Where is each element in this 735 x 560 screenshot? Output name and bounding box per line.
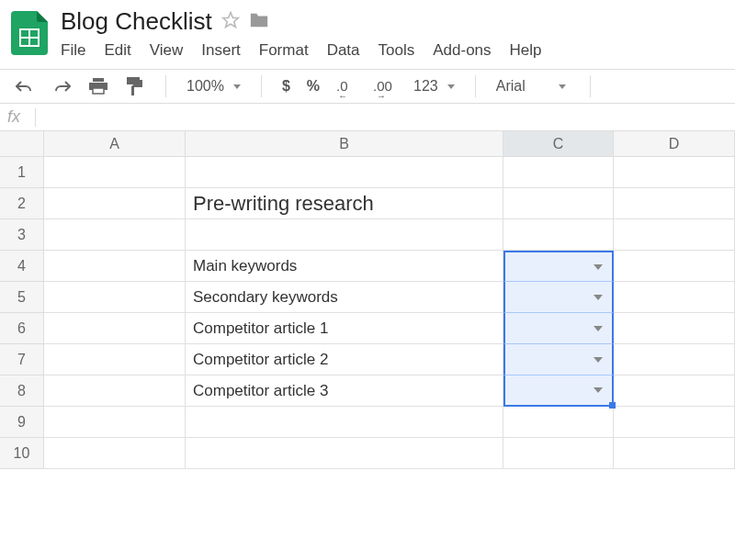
fx-label: fx xyxy=(7,107,29,127)
undo-icon[interactable] xyxy=(15,76,35,96)
cell[interactable]: Competitor article 1 xyxy=(186,313,503,344)
cell[interactable]: Competitor article 3 xyxy=(186,375,503,407)
cell[interactable] xyxy=(614,407,735,438)
cell[interactable] xyxy=(614,344,735,375)
menu-data[interactable]: Data xyxy=(327,41,360,60)
paint-format-icon[interactable] xyxy=(125,76,145,96)
toolbar-separator xyxy=(165,75,166,97)
print-icon[interactable] xyxy=(88,76,108,96)
doc-title[interactable]: Blog Checklist xyxy=(61,7,212,36)
cell[interactable] xyxy=(614,188,735,219)
cell[interactable] xyxy=(614,438,735,469)
cell[interactable] xyxy=(186,438,503,469)
decrease-decimal-button[interactable]: .0← xyxy=(336,78,356,95)
select-all-corner[interactable] xyxy=(0,131,44,157)
row-header[interactable]: 2 xyxy=(0,188,44,219)
cell[interactable] xyxy=(503,219,614,251)
move-folder-icon[interactable] xyxy=(249,11,269,33)
row-header[interactable]: 5 xyxy=(0,282,44,313)
cell[interactable] xyxy=(614,375,735,407)
cell[interactable]: Main keywords xyxy=(186,251,503,282)
menu-format[interactable]: Format xyxy=(259,41,309,60)
cell[interactable] xyxy=(503,407,614,438)
row-header[interactable]: 7 xyxy=(0,344,44,375)
chevron-down-icon xyxy=(594,264,603,270)
row-header[interactable]: 9 xyxy=(0,407,44,438)
data-validation-cell[interactable] xyxy=(503,282,614,313)
percent-button[interactable]: % xyxy=(307,78,320,95)
cell[interactable] xyxy=(614,282,735,313)
cell[interactable] xyxy=(614,313,735,344)
chevron-down-icon xyxy=(594,326,603,331)
data-validation-cell[interactable] xyxy=(503,313,614,344)
row-header[interactable]: 6 xyxy=(0,313,44,344)
menu-file[interactable]: File xyxy=(61,41,85,60)
currency-button[interactable]: $ xyxy=(282,78,290,95)
toolbar-separator xyxy=(261,75,262,97)
menu-tools[interactable]: Tools xyxy=(379,41,415,60)
chevron-down-icon xyxy=(447,84,455,89)
chevron-down-icon xyxy=(233,84,241,89)
cell[interactable] xyxy=(614,157,735,188)
sheets-logo-icon xyxy=(11,11,48,55)
cell[interactable] xyxy=(44,313,186,344)
cell[interactable] xyxy=(44,251,186,282)
svg-rect-6 xyxy=(93,88,104,94)
data-validation-cell[interactable] xyxy=(503,344,614,375)
svg-marker-3 xyxy=(222,12,238,27)
chevron-down-icon xyxy=(594,387,603,393)
col-header-a[interactable]: A xyxy=(44,131,186,157)
cell[interactable] xyxy=(186,407,503,438)
data-validation-cell[interactable] xyxy=(503,251,614,282)
col-header-d[interactable]: D xyxy=(614,131,735,157)
cell[interactable]: Pre-writing research xyxy=(186,188,503,219)
data-validation-cell[interactable] xyxy=(503,375,614,407)
formula-bar: fx xyxy=(0,104,735,131)
cell[interactable]: Competitor article 2 xyxy=(186,344,503,375)
svg-rect-4 xyxy=(93,78,104,82)
cell[interactable] xyxy=(44,188,186,219)
chevron-down-icon xyxy=(559,84,566,89)
cell[interactable] xyxy=(44,375,186,407)
row-header[interactable]: 10 xyxy=(0,438,44,469)
row-header[interactable]: 1 xyxy=(0,157,44,188)
cell[interactable] xyxy=(614,219,735,251)
row-header[interactable]: 8 xyxy=(0,375,44,407)
menu-help[interactable]: Help xyxy=(510,41,542,60)
fx-divider xyxy=(35,108,36,127)
app-header: Blog Checklist File Edit View Insert For… xyxy=(0,0,735,60)
star-icon[interactable] xyxy=(221,11,240,33)
menu-bar: File Edit View Insert Format Data Tools … xyxy=(61,41,542,60)
toolbar: 100% $ % .0← .00→ 123 Arial xyxy=(0,69,735,104)
cell[interactable] xyxy=(44,219,186,251)
cell[interactable] xyxy=(503,188,614,219)
cell[interactable] xyxy=(614,251,735,282)
cell[interactable] xyxy=(186,219,503,251)
col-header-c[interactable]: C xyxy=(503,131,614,157)
cell[interactable] xyxy=(44,282,186,313)
font-dropdown[interactable]: Arial xyxy=(496,78,570,95)
menu-edit[interactable]: Edit xyxy=(104,41,130,60)
col-header-b[interactable]: B xyxy=(186,131,503,157)
cell[interactable] xyxy=(503,438,614,469)
row-header[interactable]: 3 xyxy=(0,219,44,251)
menu-insert[interactable]: Insert xyxy=(201,41,241,60)
number-format-dropdown[interactable]: 123 xyxy=(413,78,455,95)
cell[interactable] xyxy=(44,157,186,188)
increase-decimal-button[interactable]: .00→ xyxy=(373,78,397,95)
title-section: Blog Checklist File Edit View Insert For… xyxy=(61,7,542,60)
menu-view[interactable]: View xyxy=(150,41,184,60)
formula-input[interactable] xyxy=(41,109,728,125)
row-header[interactable]: 4 xyxy=(0,251,44,282)
cell[interactable] xyxy=(44,438,186,469)
menu-addons[interactable]: Add-ons xyxy=(433,41,491,60)
cell[interactable] xyxy=(44,344,186,375)
cell[interactable]: Secondary keywords xyxy=(186,282,503,313)
toolbar-separator xyxy=(590,75,591,97)
redo-icon[interactable] xyxy=(51,76,72,96)
chevron-down-icon xyxy=(594,295,603,300)
cell[interactable] xyxy=(503,157,614,188)
cell[interactable] xyxy=(186,157,503,188)
cell[interactable] xyxy=(44,407,186,438)
zoom-dropdown[interactable]: 100% xyxy=(187,78,241,95)
